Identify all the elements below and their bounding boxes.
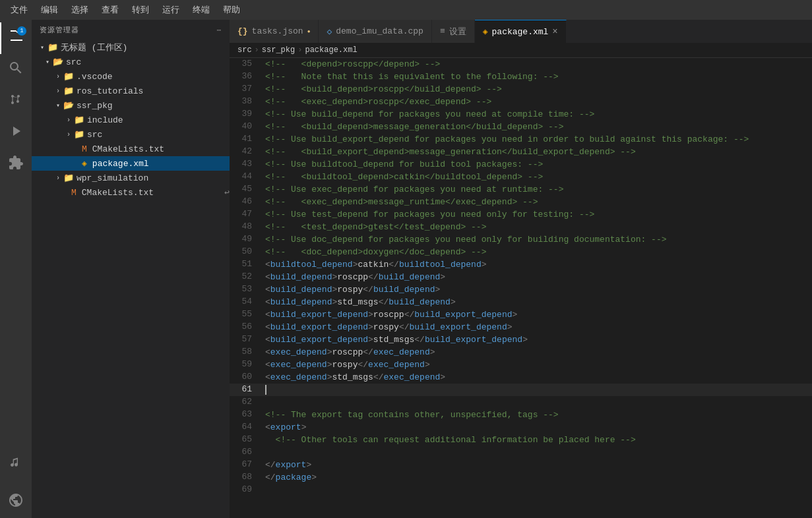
- vscode-label: .vscode: [77, 72, 113, 82]
- line-content[interactable]: [263, 396, 812, 409]
- line-content[interactable]: <!-- Use build_export_depend for package…: [263, 133, 812, 146]
- sidebar-item-ssr-pkg[interactable]: ▾ 📂 ssr_pkg: [32, 98, 230, 113]
- code-row-35: 35<!-- <depend>roscpp</depend> -->: [230, 58, 812, 71]
- line-content[interactable]: <!-- <exec_depend>message_runtime</exec_…: [263, 196, 812, 208]
- wpr-simulation-arrow: ›: [53, 175, 63, 182]
- line-content[interactable]: <build_depend>std_msgs</build_depend>: [263, 296, 812, 308]
- line-number: 38: [230, 96, 263, 108]
- line-content[interactable]: <!-- Use build_depend for packages you n…: [263, 108, 812, 121]
- cmake-root-extra: ↩: [224, 187, 230, 198]
- demo-imu-label: demo_imu_data.cpp: [336, 26, 423, 36]
- line-content[interactable]: <!-- The export tag contains other, unsp…: [263, 409, 812, 421]
- activity-search[interactable]: [0, 54, 32, 86]
- line-content[interactable]: <!-- Note that this is equivalent to the…: [263, 71, 812, 83]
- code-row-65: 65 <!-- Other tools can request addition…: [230, 434, 812, 446]
- breadcrumb-src[interactable]: src: [237, 45, 252, 55]
- src-child-label: src: [87, 130, 102, 140]
- line-content[interactable]: <build_export_depend>std_msgs</build_exp…: [263, 333, 812, 346]
- sidebar-item-ros-tutorials[interactable]: › 📁 ros_tutorials: [32, 84, 230, 98]
- menu-help[interactable]: 帮助: [218, 3, 245, 17]
- line-content[interactable]: <exec_depend>rospy</exec_depend>: [263, 359, 812, 371]
- new-file-icon[interactable]: ⋯: [216, 26, 222, 34]
- sidebar-item-wpr-simulation[interactable]: › 📁 wpr_simulation: [32, 171, 230, 185]
- line-content[interactable]: <exec_depend>roscpp</exec_depend>: [263, 346, 812, 359]
- activity-source-control[interactable]: [0, 86, 32, 117]
- packagexml-tab-label: package.xml: [492, 27, 549, 37]
- line-content[interactable]: <!-- <build_depend>message_generation</b…: [263, 121, 812, 133]
- line-content[interactable]: <!-- <test_depend>gtest</test_depend> --…: [263, 221, 812, 233]
- line-content[interactable]: </export>: [263, 459, 812, 471]
- sidebar-item-vscode[interactable]: › 📁 .vscode: [32, 69, 230, 84]
- tab-packagexml[interactable]: ◈ package.xml ×: [475, 20, 567, 43]
- line-content[interactable]: <!-- <doc_depend>doxygen</doc_depend> --…: [263, 246, 812, 258]
- activity-extensions[interactable]: [0, 149, 32, 181]
- breadcrumb-sep1: ›: [255, 45, 259, 55]
- tab-settings[interactable]: ≡ 设置: [432, 20, 475, 43]
- menu-terminal[interactable]: 终端: [187, 3, 215, 17]
- line-content[interactable]: <build_export_depend>rospy</build_export…: [263, 321, 812, 333]
- line-content[interactable]: <!-- Use test_depend for packages you ne…: [263, 208, 812, 221]
- run-icon: [8, 123, 24, 144]
- packagexml-close-btn[interactable]: ×: [552, 27, 557, 36]
- menu-file[interactable]: 文件: [5, 3, 33, 17]
- line-number: 66: [230, 446, 263, 459]
- activity-run[interactable]: [0, 117, 32, 149]
- line-content[interactable]: [263, 384, 812, 396]
- line-content[interactable]: <buildtool_depend>catkin</buildtool_depe…: [263, 258, 812, 271]
- code-row-67: 67</export>: [230, 459, 812, 471]
- sidebar-item-cmake[interactable]: M CMakeLists.txt: [32, 142, 230, 156]
- code-row-63: 63<!-- The export tag contains other, un…: [230, 409, 812, 421]
- code-editor[interactable]: 35<!-- <depend>roscpp</depend> -->36<!--…: [230, 58, 812, 518]
- breadcrumb-ssr-pkg[interactable]: ssr_pkg: [262, 45, 295, 55]
- line-number: 47: [230, 208, 263, 221]
- sidebar-item-src-child[interactable]: › 📁 src: [32, 127, 230, 142]
- line-content[interactable]: <!-- <buildtool_depend>catkin</buildtool…: [263, 171, 812, 183]
- line-content[interactable]: <!-- <depend>roscpp</depend> -->: [263, 58, 812, 71]
- activity-remote[interactable]: [0, 486, 32, 518]
- workspace-icon: 📁: [47, 42, 58, 53]
- cmake-root-label: CMakeLists.txt: [82, 188, 154, 198]
- activity-explorer[interactable]: 1: [0, 22, 32, 54]
- line-content[interactable]: <export>: [263, 421, 812, 434]
- code-row-68: 68</package>: [230, 471, 812, 484]
- line-content[interactable]: <exec_depend>std_msgs</exec_depend>: [263, 371, 812, 384]
- tab-demo-imu[interactable]: ◇ demo_imu_data.cpp: [319, 20, 431, 43]
- line-content[interactable]: <!-- Use exec_depend for packages you ne…: [263, 183, 812, 196]
- line-content[interactable]: <!-- Other tools can request additional …: [263, 434, 812, 446]
- line-number: 46: [230, 196, 263, 208]
- workspace-root[interactable]: ▾ 📁 无标题 (工作区): [32, 40, 230, 55]
- main-layout: 1: [0, 20, 812, 518]
- line-content[interactable]: <!-- <exec_depend>roscpp</exec_depend> -…: [263, 96, 812, 108]
- menu-goto[interactable]: 转到: [127, 3, 154, 17]
- cmake-icon: M: [82, 144, 87, 154]
- line-number: 65: [230, 434, 263, 446]
- line-content[interactable]: [263, 484, 812, 496]
- line-content[interactable]: <build_export_depend>roscpp</build_expor…: [263, 308, 812, 321]
- menu-view[interactable]: 查看: [96, 3, 124, 17]
- line-content[interactable]: <!-- <build_depend>roscpp</build_depend>…: [263, 83, 812, 96]
- sidebar-item-packagexml[interactable]: ◈ package.xml: [32, 156, 230, 171]
- code-row-38: 38<!-- <exec_depend>roscpp</exec_depend>…: [230, 96, 812, 108]
- menu-run[interactable]: 运行: [157, 3, 185, 17]
- sidebar-item-cmake-root[interactable]: M CMakeLists.txt ↩: [32, 185, 230, 200]
- line-content[interactable]: <!-- Use doc_depend for packages you nee…: [263, 233, 812, 246]
- activity-test[interactable]: [0, 449, 32, 481]
- line-content[interactable]: <build_depend>roscpp</build_depend>: [263, 271, 812, 283]
- line-content[interactable]: [263, 446, 812, 459]
- line-number: 52: [230, 271, 263, 283]
- cmake-root-icon: M: [71, 188, 77, 198]
- breadcrumb-packagexml[interactable]: package.xml: [305, 45, 357, 55]
- sidebar-item-src[interactable]: ▾ 📂 src: [32, 55, 230, 69]
- line-number: 69: [230, 484, 263, 496]
- line-number: 67: [230, 459, 263, 471]
- line-number: 54: [230, 296, 263, 308]
- line-content[interactable]: </package>: [263, 471, 812, 484]
- menu-select[interactable]: 选择: [66, 3, 94, 17]
- line-content[interactable]: <!-- <build_export_depend>message_genera…: [263, 146, 812, 158]
- menu-edit[interactable]: 编辑: [36, 3, 63, 17]
- include-icon: 📁: [74, 115, 84, 125]
- sidebar-item-include[interactable]: › 📁 include: [32, 113, 230, 127]
- line-content[interactable]: <!-- Use buildtool_depend for build tool…: [263, 158, 812, 171]
- tab-tasks[interactable]: {} tasks.json ●: [230, 20, 319, 43]
- line-content[interactable]: <build_depend>rospy</build_depend>: [263, 283, 812, 296]
